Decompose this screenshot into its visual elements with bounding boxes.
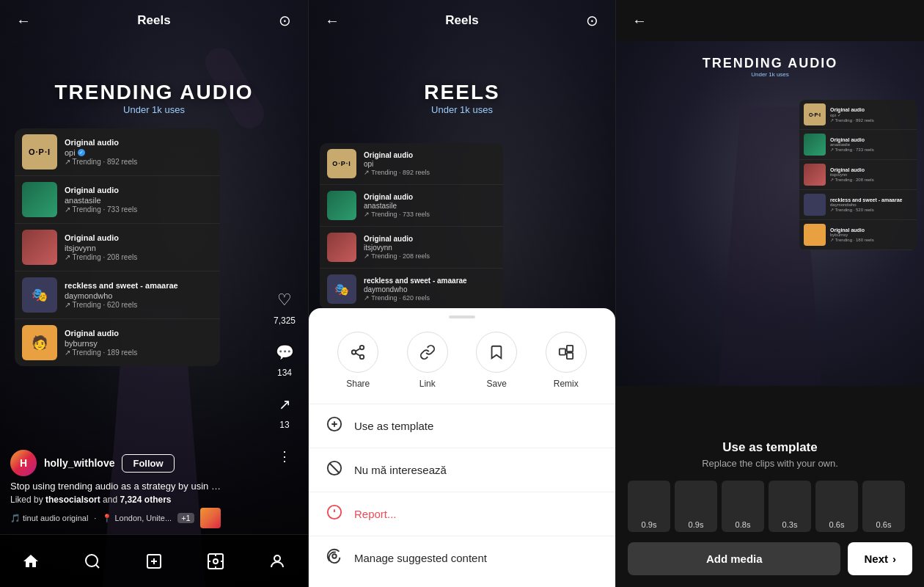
share-icon-share[interactable]: Share: [337, 332, 378, 389]
follow-button[interactable]: Follow: [122, 454, 174, 473]
menu-item-manage[interactable]: Manage suggested content: [309, 536, 615, 580]
panel3-top-nav: ←: [616, 0, 924, 41]
p2-trend-ana: ↗ Trending · 733 reels: [364, 211, 496, 218]
p2-user-ana: anastasile: [364, 202, 496, 210]
audio-item-reck[interactable]: 🎭 reckless and sweet - amaarae daymondwh…: [15, 271, 220, 319]
audio-info-opi: Original audio opi ✓ ↗ Trending · 892 re…: [65, 138, 213, 165]
p2-info-opi: Original audio opi ↗ Trending · 892 reel…: [364, 151, 496, 176]
t-name-reck: reckless and sweet - amaarae: [830, 197, 902, 203]
t-trend-ana: ↗ Trending · 733 reels: [830, 147, 874, 152]
comment-count: 134: [277, 368, 292, 378]
t-info-reck: reckless and sweet - amaarae daymondwho …: [830, 197, 902, 212]
svg-point-5: [360, 346, 364, 350]
audio-info-bybur: Original audio byburnsy ↗ Trending · 189…: [65, 329, 213, 356]
svg-point-3: [213, 559, 218, 564]
audio-item-ana[interactable]: Original audio anastasile ↗ Trending · 7…: [15, 176, 220, 224]
comment-icon[interactable]: 💬: [271, 339, 298, 365]
template-actions: Add media Next ›: [628, 542, 912, 575]
share-circle-icon: [337, 332, 378, 373]
add-media-button[interactable]: Add media: [628, 542, 840, 575]
likes-count: 7,324 others: [120, 495, 171, 505]
p2-trend-reck: ↗ Trending · 620 reels: [364, 294, 496, 302]
remix-circle-icon: [546, 332, 587, 373]
t-info-its: Original audio itsjovynn ↗ Trending · 20…: [830, 167, 874, 182]
share-icons-row: Share Link Save Remix: [309, 332, 615, 404]
nav-create[interactable]: [145, 553, 163, 570]
clip-5[interactable]: 0.6s: [862, 481, 905, 532]
next-chevron-icon: ›: [892, 553, 896, 565]
back-button[interactable]: ←: [12, 12, 35, 29]
caption: Stop using trending audio as a strategy …: [10, 481, 264, 492]
t-info-bybur: Original audio byburnsy ↗ Trending · 180…: [830, 227, 874, 242]
panel2-back-button[interactable]: ←: [320, 12, 344, 29]
like-action[interactable]: ♡ 7,325: [271, 287, 298, 326]
share-icon-remix[interactable]: Remix: [546, 332, 587, 389]
template-title: Use as template: [628, 440, 912, 455]
t-audio-ana: Original audio anastasile ↗ Trending · 7…: [799, 130, 917, 160]
panel2-nav-title: Reels: [344, 13, 580, 28]
template-subtitle: Replace the clips with your own.: [628, 458, 912, 469]
location-icon[interactable]: 📍 London, Unite...: [102, 514, 172, 523]
likes-user[interactable]: thesocialsort: [45, 495, 100, 505]
nav-home[interactable]: [22, 553, 40, 570]
menu-item-template[interactable]: Use as template: [309, 404, 615, 448]
p2-name-its: Original audio: [364, 235, 496, 244]
clip-4[interactable]: 0.6s: [815, 481, 858, 532]
bottom-navigation: [0, 534, 308, 587]
clip-3[interactable]: 0.3s: [769, 481, 811, 532]
t-trend-opi: ↗ Trending · 892 reels: [830, 117, 874, 123]
menu-item-not-interested[interactable]: Nu mă interesează: [309, 448, 615, 492]
t-name-its: Original audio: [830, 167, 874, 172]
template-trending-title: TRENDING AUDIO: [616, 56, 924, 71]
nav-profile[interactable]: [268, 553, 286, 570]
share-icon-save[interactable]: Save: [476, 332, 517, 389]
t-info-opi: Original audio opi ✓ ↗ Trending · 892 re…: [830, 107, 874, 123]
clip-0[interactable]: 0.9s: [628, 481, 670, 532]
p2-audio-ana: Original audio anastasile ↗ Trending · 7…: [320, 185, 503, 227]
audio-user-its: itsjovynn: [65, 244, 213, 252]
panel2-top-nav: ← Reels ⊙: [309, 0, 615, 41]
audio-item-its[interactable]: Original audio itsjovynn ↗ Trending · 20…: [15, 224, 220, 271]
t-thumb-bybur: [804, 224, 826, 246]
nav-reels[interactable]: [207, 553, 224, 570]
plus-badge[interactable]: +1: [177, 513, 194, 523]
more-options-icon[interactable]: ⋮: [271, 443, 298, 470]
clip-1[interactable]: 0.9s: [675, 481, 717, 532]
menu-item-report[interactable]: Report...: [309, 492, 615, 536]
comment-action[interactable]: 💬 134: [271, 339, 298, 378]
panel3-back-button[interactable]: ←: [628, 12, 651, 29]
top-navigation: ← Reels ⊙: [0, 0, 308, 41]
not-interested-icon: [325, 460, 344, 480]
username: holly_withlove: [44, 457, 114, 469]
audio-item-opi[interactable]: O·P·I Original audio opi ✓ ↗ Trending · …: [15, 128, 220, 176]
like-icon[interactable]: ♡: [271, 287, 298, 313]
share-icon[interactable]: ↗: [271, 391, 298, 418]
camera-icon[interactable]: ⊙: [273, 12, 296, 29]
audio-info-reck: reckless and sweet - amaarae daymondwho …: [65, 281, 213, 308]
panel2-trending-sub: Under 1k uses: [309, 104, 615, 115]
avatar: H: [10, 450, 37, 476]
audio-info-ana: Original audio anastasile ↗ Trending · 7…: [65, 186, 213, 213]
share-icon-link[interactable]: Link: [407, 332, 448, 389]
p2-info-reck: reckless and sweet - amaarae daymondwho …: [364, 277, 496, 302]
t-audio-its: Original audio itsjovynn ↗ Trending · 20…: [799, 160, 917, 190]
panel2-camera-icon[interactable]: ⊙: [580, 12, 604, 29]
t-name-bybur: Original audio: [830, 227, 874, 233]
audio-thumb-bybur: 🧑: [22, 325, 57, 360]
template-preview-inner: TRENDING AUDIO Under 1k uses O·P·I Origi…: [616, 41, 924, 386]
nav-search[interactable]: [84, 553, 101, 570]
meta-row: 🎵 tinut audio original · 📍 London, Unite…: [10, 508, 264, 528]
manage-icon: [325, 548, 344, 568]
clip-2[interactable]: 0.8s: [722, 481, 764, 532]
t-audio-opi: O·P·I Original audio opi ✓ ↗ Trending · …: [799, 100, 917, 130]
share-sheet: Share Link Save Remix: [309, 308, 615, 587]
next-button[interactable]: Next ›: [848, 542, 912, 575]
save-label: Save: [487, 379, 507, 389]
audio-item-bybur[interactable]: 🧑 Original audio byburnsy ↗ Trending · 1…: [15, 319, 220, 366]
link-label: Link: [419, 379, 436, 389]
svg-point-0: [86, 555, 98, 566]
share-action[interactable]: ↗ 13: [271, 391, 298, 430]
audio-name-bybur: Original audio: [65, 329, 213, 338]
audio-name-reck: reckless and sweet - amaarae: [65, 281, 213, 291]
music-icon[interactable]: 🎵 tinut audio original: [10, 514, 88, 523]
